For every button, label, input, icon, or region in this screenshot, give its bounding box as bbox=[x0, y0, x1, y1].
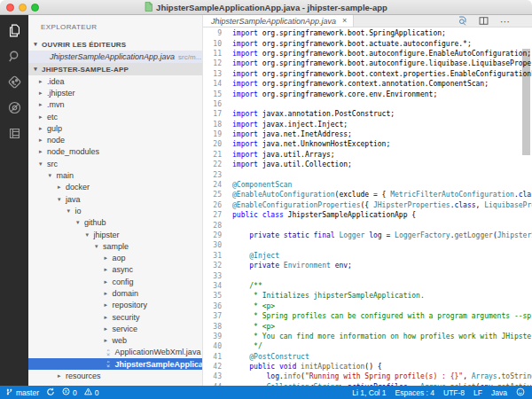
tree-item-label: io bbox=[75, 207, 82, 215]
code-line-21[interactable]: 21import java.util.Arrays; bbox=[203, 150, 532, 160]
tree-folder-.mvn[interactable]: ▸.mvn bbox=[28, 99, 202, 111]
tree-folder-etc[interactable]: ▸etc bbox=[28, 111, 202, 122]
tree-folder-service[interactable]: ▸service bbox=[28, 323, 202, 334]
code-line-27[interactable]: 27public class JhipsterSampleApplication… bbox=[203, 210, 532, 220]
code-line-41[interactable]: 41 @PostConstruct bbox=[203, 352, 532, 362]
code-line-28[interactable]: 28 bbox=[203, 220, 532, 230]
open-preview-icon[interactable] bbox=[458, 16, 467, 26]
code-line-36[interactable]: 36 * <p> bbox=[203, 301, 532, 311]
tree-folder-node[interactable]: ▸node bbox=[28, 134, 202, 145]
code-line-10[interactable]: 10import org.springframework.boot.actuat… bbox=[203, 38, 532, 48]
tree-item-label: jhipster bbox=[94, 231, 120, 239]
code-line-44[interactable]: 44 Collection<String> activeProfiles = A… bbox=[203, 382, 532, 386]
close-tab-icon[interactable]: × bbox=[342, 17, 347, 25]
line-number: 29 bbox=[203, 231, 222, 239]
statusbar-git-sync[interactable] bbox=[46, 387, 55, 398]
code-line-42[interactable]: 42 public void initApplication() { bbox=[203, 362, 532, 372]
tree-folder-domain[interactable]: ▸domain bbox=[28, 287, 202, 299]
vscode-window: JhipsterSampleApplicationApp.java - jhip… bbox=[0, 0, 532, 399]
code-line-39[interactable]: 39 * You can find more information on ho… bbox=[203, 332, 532, 341]
extensions-icon[interactable] bbox=[4, 125, 24, 141]
statusbar-errors[interactable]: 0 bbox=[62, 387, 77, 397]
tree-folder-config[interactable]: ▸config bbox=[28, 276, 202, 287]
statusbar-end-of-line[interactable]: LF bbox=[473, 388, 482, 397]
tree-folder-node_modules[interactable]: ▸node_modules bbox=[28, 146, 202, 158]
source-control-icon[interactable] bbox=[4, 74, 24, 90]
code-line-19[interactable]: 19import java.net.InetAddress; bbox=[203, 129, 532, 139]
code-line-40[interactable]: 40 */ bbox=[203, 341, 532, 351]
statusbar-language-mode[interactable]: Java bbox=[491, 388, 507, 397]
close-window-button[interactable] bbox=[6, 4, 14, 12]
tree-folder-aop[interactable]: ▸aop bbox=[28, 252, 202, 263]
code-line-31[interactable]: 31 @Inject bbox=[203, 251, 532, 261]
code-line-26[interactable]: 26@EnableConfigurationProperties({ JHips… bbox=[203, 200, 532, 210]
code-line-34[interactable]: 34 /** bbox=[203, 281, 532, 291]
tree-folder-.jhipster[interactable]: ▸.jhipster bbox=[28, 87, 202, 98]
statusbar-git-branch[interactable]: master bbox=[5, 387, 39, 398]
code-line-12[interactable]: 12import org.springframework.boot.autoco… bbox=[203, 59, 532, 68]
code-line-29[interactable]: 29 private static final Logger log = Log… bbox=[203, 231, 532, 240]
tree-item-label: github bbox=[84, 218, 106, 227]
minimize-window-button[interactable] bbox=[19, 4, 27, 12]
tree-folder-java[interactable]: ▾java bbox=[28, 193, 202, 205]
tree-file-jhipstersampleapplicationapp.java[interactable]: JhipsterSampleApplicationApp.java bbox=[28, 358, 202, 370]
code-line-13[interactable]: 13import org.springframework.boot.contex… bbox=[203, 69, 532, 79]
code-line-11[interactable]: 11import org.springframework.boot.autoco… bbox=[203, 49, 532, 59]
code-line-17[interactable]: 17import javax.annotation.PostConstruct; bbox=[203, 109, 532, 119]
code-line-23[interactable]: 23 bbox=[203, 169, 532, 179]
tree-folder-jhipster[interactable]: ▾jhipster bbox=[28, 229, 202, 240]
document-icon bbox=[145, 2, 153, 13]
code-line-38[interactable]: 38 * <p> bbox=[203, 321, 532, 331]
tree-folder-web[interactable]: ▸web bbox=[28, 335, 202, 347]
code-line-22[interactable]: 22import java.util.Collection; bbox=[203, 160, 532, 169]
statusbar-warnings[interactable]: 0 bbox=[84, 387, 99, 397]
tree-folder-src[interactable]: ▾src bbox=[28, 158, 202, 169]
statusbar-indentation[interactable]: Espaces : 4 bbox=[395, 388, 434, 397]
tab-jhipster-sample-application-app[interactable]: JhipsterSampleApplicationApp.java × bbox=[203, 15, 354, 27]
split-editor-icon[interactable] bbox=[479, 16, 489, 26]
tree-folder-io[interactable]: ▾io bbox=[28, 205, 202, 216]
code-line-16[interactable]: 16 bbox=[203, 99, 532, 109]
search-icon[interactable] bbox=[4, 48, 24, 64]
tree-folder-docker[interactable]: ▸docker bbox=[28, 182, 202, 193]
tree-folder-gulp[interactable]: ▸gulp bbox=[28, 122, 202, 134]
chevron-right-icon: ▸ bbox=[39, 137, 47, 144]
code-line-37[interactable]: 37 * Spring profiles can be configured w… bbox=[203, 311, 532, 321]
open-editors-header[interactable]: ▾ OUVRIR LES ÉDITEURS bbox=[28, 38, 202, 51]
tree-folder-.idea[interactable]: ▸.idea bbox=[28, 75, 202, 87]
code-line-30[interactable]: 30 bbox=[203, 240, 532, 250]
statusbar-feedback-smiley[interactable] bbox=[516, 387, 525, 398]
code-line-9[interactable]: 9import org.springframework.boot.SpringA… bbox=[203, 28, 532, 38]
explorer-icon[interactable] bbox=[4, 22, 24, 38]
tree-folder-resources[interactable]: ▸resources bbox=[28, 370, 202, 381]
chevron-right-icon: ▸ bbox=[105, 325, 113, 332]
code-line-18[interactable]: 18import javax.inject.Inject; bbox=[203, 120, 532, 129]
line-number: 20 bbox=[203, 140, 222, 148]
code-line-25[interactable]: 25@EnableAutoConfiguration(exclude = { M… bbox=[203, 190, 532, 200]
statusbar-label: Java bbox=[491, 388, 507, 397]
tree-folder-security[interactable]: ▸security bbox=[28, 311, 202, 323]
code-line-24[interactable]: 24@ComponentScan bbox=[203, 180, 532, 190]
tree-folder-main[interactable]: ▾main bbox=[28, 169, 202, 181]
code-editor[interactable]: 9import org.springframework.boot.SpringA… bbox=[203, 27, 532, 386]
tree-folder-async[interactable]: ▸async bbox=[28, 264, 202, 276]
code-line-15[interactable]: 15import org.springframework.core.env.En… bbox=[203, 89, 532, 98]
tree-item-label: repository bbox=[113, 301, 148, 309]
code-line-32[interactable]: 32 private Environment env; bbox=[203, 261, 532, 270]
code-line-43[interactable]: 43 log.info("Running with Spring profile… bbox=[203, 372, 532, 381]
statusbar-cursor-position[interactable]: Li 1, Col 1 bbox=[352, 388, 386, 397]
tree-folder-repository[interactable]: ▸repository bbox=[28, 300, 202, 311]
statusbar-encoding[interactable]: UTF-8 bbox=[443, 388, 465, 397]
maximize-window-button[interactable] bbox=[31, 4, 39, 12]
open-editor-item[interactable]: JhipsterSampleApplicationApp.java src/m.… bbox=[28, 51, 202, 63]
tree-folder-sample[interactable]: ▾sample bbox=[28, 240, 202, 252]
code-line-35[interactable]: 35 * Initializes jhipsterSampleApplicati… bbox=[203, 291, 532, 301]
tree-file-applicationwebxml.java[interactable]: ApplicationWebXml.java bbox=[28, 347, 202, 358]
code-line-20[interactable]: 20import java.net.UnknownHostException; bbox=[203, 139, 532, 149]
code-line-33[interactable]: 33 bbox=[203, 270, 532, 280]
project-header[interactable]: ▾ JHIPSTER-SAMPLE-APP bbox=[28, 63, 202, 75]
open-editor-filename: JhipsterSampleApplicationApp.java bbox=[50, 52, 175, 61]
debug-icon[interactable] bbox=[4, 99, 24, 115]
tree-folder-github[interactable]: ▾github bbox=[28, 217, 202, 229]
code-line-14[interactable]: 14import org.springframework.context.ann… bbox=[203, 79, 532, 89]
